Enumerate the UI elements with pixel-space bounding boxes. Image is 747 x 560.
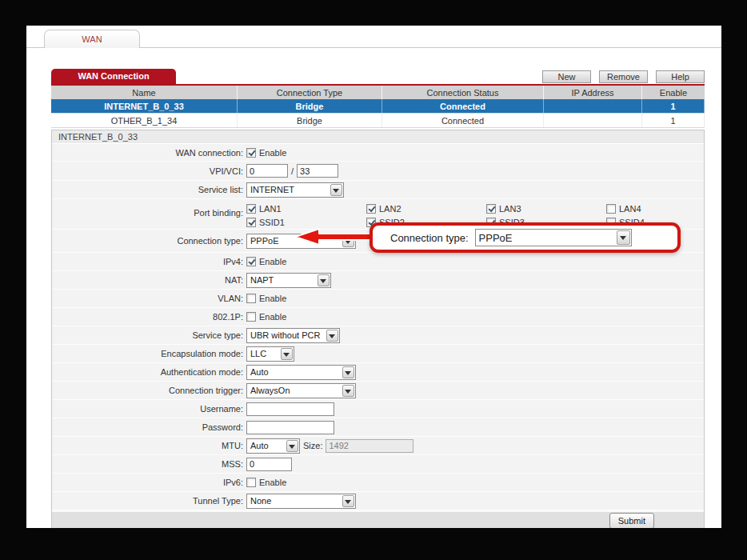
field-controls: AutoSize: bbox=[246, 438, 413, 454]
mtu-size-input[interactable] bbox=[326, 439, 413, 453]
service-list-value: INTERNET bbox=[250, 185, 294, 194]
form-row: 802.1P:Enable bbox=[52, 308, 704, 326]
field-label: IPv6: bbox=[52, 478, 246, 487]
dropdown-arrow-icon[interactable] bbox=[281, 348, 293, 360]
encapsulation-mode-select[interactable]: LLC bbox=[246, 346, 294, 362]
lan4-checkbox[interactable] bbox=[606, 204, 616, 214]
checkbox-group: LAN4 bbox=[606, 204, 641, 214]
password-input[interactable] bbox=[246, 421, 334, 434]
tunnel-type-select[interactable]: None bbox=[246, 494, 356, 509]
table-row[interactable]: OTHER_B_1_34BridgeConnected1 bbox=[51, 114, 705, 128]
connection-trigger-select[interactable]: AlwaysOn bbox=[246, 383, 356, 398]
checkbox-group: Enable bbox=[246, 148, 286, 158]
form-row: Connection trigger:AlwaysOn bbox=[52, 382, 704, 400]
lan4-label: LAN4 bbox=[619, 204, 641, 214]
remove-button[interactable]: Remove bbox=[599, 70, 648, 83]
form-row: Password: bbox=[52, 418, 704, 437]
form-row: Tunnel Type:None bbox=[52, 492, 704, 510]
form-row: Username: bbox=[52, 400, 704, 418]
ipv4-enable-label: Enable bbox=[259, 257, 286, 266]
help-button[interactable]: Help bbox=[656, 70, 705, 83]
dropdown-arrow-icon[interactable] bbox=[286, 440, 298, 452]
vlan-enable-label: Enable bbox=[259, 294, 286, 303]
field-controls: Auto bbox=[246, 365, 356, 380]
tab-wan[interactable]: WAN bbox=[44, 30, 140, 48]
tunnel-type-value: None bbox=[250, 496, 271, 506]
service-type-select[interactable]: UBR without PCR bbox=[246, 328, 340, 343]
form-row: Encapsulation mode:LLC bbox=[52, 345, 704, 363]
vpi-input[interactable] bbox=[246, 164, 288, 178]
field-controls: Enable bbox=[246, 478, 286, 487]
dropdown-arrow-icon[interactable] bbox=[318, 274, 330, 286]
nat-select[interactable]: NAPT bbox=[246, 273, 331, 288]
form-row: MTU:AutoSize: bbox=[52, 437, 704, 455]
vci-input[interactable] bbox=[297, 164, 338, 178]
dropdown-arrow-icon[interactable] bbox=[342, 385, 354, 397]
port-binding-item: LAN1 bbox=[246, 204, 366, 214]
lan3-checkbox[interactable] bbox=[486, 204, 496, 214]
form-row: NAT:NAPT bbox=[52, 271, 704, 290]
table-cell: Bridge bbox=[238, 114, 382, 127]
column-header: Connection Type bbox=[238, 86, 382, 99]
wan-table-body: INTERNET_B_0_33BridgeConnected1OTHER_B_1… bbox=[51, 99, 705, 128]
checkbox-group: Enable bbox=[246, 257, 286, 266]
field-label: MTU: bbox=[52, 441, 246, 450]
lan2-label: LAN2 bbox=[379, 204, 401, 214]
authentication-mode-select[interactable]: Auto bbox=[246, 365, 356, 380]
dropdown-arrow-icon[interactable] bbox=[342, 495, 354, 507]
form-row: IPv4:Enable bbox=[52, 253, 704, 271]
8021p-enable-label: Enable bbox=[259, 312, 286, 322]
mss-input[interactable] bbox=[246, 458, 292, 471]
dropdown-arrow-icon[interactable] bbox=[617, 230, 630, 245]
field-controls: Enable bbox=[246, 148, 286, 158]
checkbox-group: Enable bbox=[246, 294, 286, 303]
ipv4-enable-checkbox[interactable] bbox=[246, 257, 256, 266]
main-content: WAN Connection NewRemoveHelp NameConnect… bbox=[51, 69, 705, 528]
field-controls: LLC bbox=[246, 346, 294, 362]
vlan-enable-checkbox[interactable] bbox=[246, 294, 256, 303]
field-label: Service type: bbox=[52, 330, 246, 340]
connection-type-callout: Connection type: PPPoE bbox=[370, 222, 681, 253]
port-binding-item: LAN2 bbox=[366, 204, 486, 214]
form-footer: Submit bbox=[52, 510, 704, 528]
username-input[interactable] bbox=[246, 402, 334, 416]
wan-connection-title-row: WAN Connection NewRemoveHelp bbox=[51, 69, 705, 84]
wan-connection-section-tab: WAN Connection bbox=[51, 69, 176, 84]
service-type-value: UBR without PCR bbox=[250, 330, 320, 340]
wan-connection-enable-checkbox[interactable] bbox=[246, 148, 256, 158]
field-label: Tunnel Type: bbox=[52, 496, 246, 506]
field-label: Connection type: bbox=[52, 236, 246, 246]
field-label: Password: bbox=[52, 422, 246, 432]
port-binding-item: LAN4 bbox=[606, 204, 721, 214]
service-list-select[interactable]: INTERNET bbox=[246, 182, 344, 198]
dropdown-arrow-icon[interactable] bbox=[326, 330, 338, 342]
submit-button[interactable]: Submit bbox=[609, 513, 654, 528]
lan1-checkbox[interactable] bbox=[246, 204, 256, 214]
table-cell: INTERNET_B_0_33 bbox=[51, 99, 238, 113]
ssid1-checkbox[interactable] bbox=[246, 218, 256, 227]
checkbox-group: SSID1 bbox=[246, 218, 285, 227]
lan2-checkbox[interactable] bbox=[366, 204, 376, 214]
table-cell: 1 bbox=[642, 99, 705, 113]
table-row[interactable]: INTERNET_B_0_33BridgeConnected1 bbox=[51, 99, 705, 114]
mtu-select[interactable]: Auto bbox=[246, 438, 300, 454]
field-controls: / bbox=[246, 164, 338, 178]
ssid1-label: SSID1 bbox=[259, 218, 285, 227]
port-binding-line: LAN1LAN2LAN3LAN4 bbox=[246, 202, 721, 215]
new-button[interactable]: New bbox=[542, 70, 591, 83]
field-label: MSS: bbox=[52, 459, 246, 469]
lan1-label: LAN1 bbox=[259, 204, 282, 214]
ipv6-enable-checkbox[interactable] bbox=[246, 478, 256, 487]
callout-select[interactable]: PPPoE bbox=[475, 229, 632, 246]
connection-type-value: PPPoE bbox=[250, 236, 278, 246]
form-row: Service list:INTERNET bbox=[52, 181, 704, 199]
dropdown-arrow-icon[interactable] bbox=[330, 184, 342, 196]
dropdown-arrow-icon[interactable] bbox=[342, 366, 354, 378]
table-cell: Connected bbox=[382, 114, 544, 127]
mtu-value: Auto bbox=[250, 441, 269, 450]
ipv6-enable-label: Enable bbox=[259, 478, 286, 487]
form-rows: WAN connection:EnableVPI/VCI:/Service li… bbox=[52, 144, 704, 510]
field-label: Authentication mode: bbox=[52, 367, 246, 377]
8021p-enable-checkbox[interactable] bbox=[246, 312, 256, 322]
table-cell bbox=[544, 99, 642, 113]
